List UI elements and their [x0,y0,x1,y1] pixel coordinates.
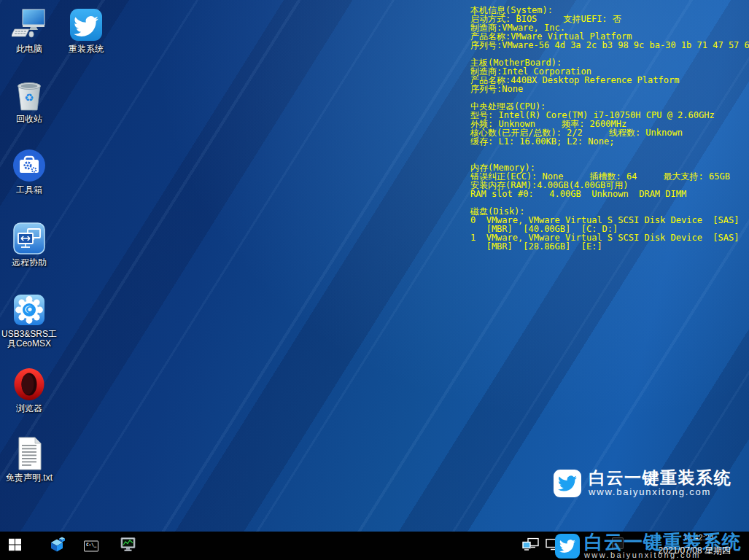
desktop-icon-remote-assistance[interactable]: 远程协助 [0,221,58,268]
desktop-icon-label: 工具箱 [0,185,58,195]
text-file-icon [12,436,47,471]
system-info-line: [MBR] [28.86GB] [E:] [470,242,749,251]
toolbox-icon [12,148,47,183]
system-info-section: 本机信息(System):启动方式: BIOS 支持UEFI: 否制造商:VMw… [470,6,749,50]
system-info-section: 中央处理器(CPU):型号: Intel(R) Core(TM) i7-1075… [470,102,749,146]
system-info-line: 缓存: L1: 16.00KB; L2: None; [470,137,749,146]
desktop-icon-label: 回收站 [0,114,58,124]
system-info-panel: 本机信息(System):启动方式: BIOS 支持UEFI: 否制造商:VMw… [470,6,749,251]
taskbar-app-cmd[interactable]: C:\_ [84,540,98,551]
taskbar: C:\_ 1 [0,532,749,560]
desktop-icon-recycle-bin[interactable]: ♻ 回收站 [0,77,58,124]
opera-browser-icon [12,367,47,402]
desktop-icon-this-pc[interactable]: 此电脑 [0,7,58,54]
desktop-icon-disclaimer-txt[interactable]: 免责声明.txt [0,436,58,483]
recycle-bin-icon: ♻ [12,77,47,112]
desktop-icon-label: 浏览器 [0,404,58,413]
system-info-section: 磁盘(Disk):0 VMware, VMware Virtual S SCSI… [470,207,749,251]
brand-url: www.baiyunxitong.com [589,486,731,497]
tray-network-computers-icon[interactable] [522,537,540,554]
watermark-bird-icon [555,534,580,559]
desktop-icon-browser[interactable]: 浏览器 [0,367,58,413]
desktop-icon-label: 远程协助 [0,258,58,268]
start-button[interactable] [9,538,21,553]
system-info-section: 主板(MotherBoard):制造商:Intel Corporation产品名… [470,58,749,93]
brand-bird-icon [554,470,581,497]
windows-logo-icon [9,538,21,551]
remote-assistance-icon [12,221,47,256]
desktop-icon-label: USB3&SRS工具CeoMSX [0,330,58,349]
taskbar-app-registry[interactable] [50,536,66,556]
desktop-icon-label: 免责声明.txt [0,473,58,483]
system-info-line: 序列号:None [470,85,749,93]
desktop-icon-label: 此电脑 [0,44,58,54]
cmd-window-icon: C:\_ [84,540,98,551]
brand-title: 白云一键重装系统 [589,469,731,486]
taskbar-app-task-manager[interactable] [120,536,136,556]
system-info-section: 内存(Memory):错误纠正(ECC): None 插槽数: 64 最大支持:… [470,163,749,198]
registry-cube-icon [50,536,66,553]
desktop-icon-toolbox[interactable]: 工具箱 [0,148,58,195]
brand-logo: 白云一键重装系统 www.baiyunxitong.com [554,469,731,497]
task-manager-monitor-icon [120,536,136,553]
desktop-icon-label: 重装系统 [57,44,115,54]
svg-text:♻: ♻ [24,91,34,104]
this-pc-icon [12,7,47,42]
usb3-srs-tool-icon [12,292,47,327]
desktop-icon-reinstall-system[interactable]: 重装系统 [57,7,115,54]
desktop: 此电脑 重装系统 ♻ 回收站 [0,0,749,560]
reinstall-system-twitter-icon [69,7,104,42]
clock-date[interactable]: 2021/07/08 星期四 [659,545,731,557]
system-info-line: 序列号:VMware-56 4d 3a 2c b3 98 9c ba-30 1b… [470,41,749,50]
system-info-line: RAM slot #0: 4.00GB Unknown DRAM DIMM [470,190,749,198]
desktop-icon-usb3-srs-tool[interactable]: USB3&SRS工具CeoMSX [0,292,58,349]
